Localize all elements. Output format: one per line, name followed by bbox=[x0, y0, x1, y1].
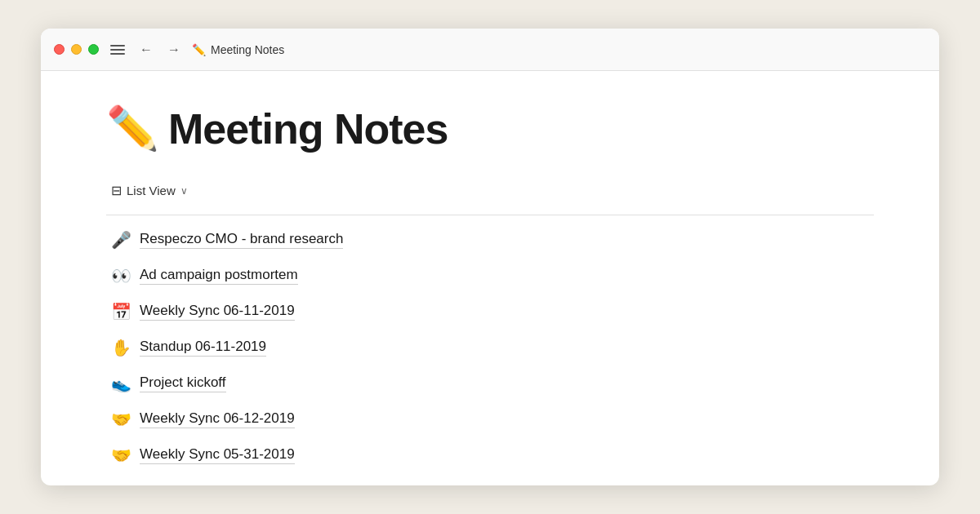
main-content: ✏️ Meeting Notes ⊟ List View ∨ 🎤Respeczo… bbox=[41, 71, 939, 485]
view-label: List View bbox=[127, 184, 176, 197]
titlebar-page-icon: ✏️ bbox=[192, 43, 206, 56]
list-item-text: Weekly Sync 06-11-2019 bbox=[140, 303, 295, 321]
list-item[interactable]: 👀Ad campaign postmortem bbox=[106, 258, 874, 294]
hamburger-line bbox=[110, 45, 125, 47]
list-item-emoji: 🤝 bbox=[111, 445, 131, 465]
traffic-lights bbox=[54, 44, 99, 55]
list-item-text: Weekly Sync 05-31-2019 bbox=[140, 446, 295, 464]
list-item-text: Project kickoff bbox=[140, 374, 226, 392]
maximize-button[interactable] bbox=[88, 44, 99, 55]
hamburger-line bbox=[110, 49, 125, 51]
list-items-container: 🎤Respeczo CMO - brand research👀Ad campai… bbox=[106, 222, 874, 473]
list-item-emoji: 👀 bbox=[111, 266, 131, 286]
list-item-emoji: 🤝 bbox=[111, 410, 131, 429]
list-item-text: Respeczo CMO - brand research bbox=[140, 231, 343, 249]
app-window: ← → ✏️ Meeting Notes ✏️ Meeting Notes ⊟ … bbox=[41, 29, 939, 485]
divider bbox=[106, 215, 874, 215]
hamburger-line bbox=[110, 53, 125, 55]
list-item[interactable]: 📅Weekly Sync 06-11-2019 bbox=[106, 294, 874, 330]
close-button[interactable] bbox=[54, 44, 65, 55]
list-item[interactable]: 👟Project kickoff bbox=[106, 366, 874, 401]
back-button[interactable]: ← bbox=[136, 41, 156, 59]
titlebar-page-title: Meeting Notes bbox=[211, 43, 284, 56]
list-item[interactable]: 🤝Weekly Sync 06-12-2019 bbox=[106, 401, 874, 437]
list-item[interactable]: 🎤Respeczo CMO - brand research bbox=[106, 222, 874, 258]
list-item-emoji: 📅 bbox=[111, 302, 131, 321]
minimize-button[interactable] bbox=[71, 44, 82, 55]
titlebar-title: ✏️ Meeting Notes bbox=[192, 43, 284, 56]
view-selector[interactable]: ⊟ List View ∨ bbox=[106, 179, 193, 202]
list-item-emoji: ✋ bbox=[111, 338, 131, 357]
list-item-text: Standup 06-11-2019 bbox=[140, 339, 266, 357]
list-item-text: Weekly Sync 06-12-2019 bbox=[140, 410, 295, 428]
page-title: ✏️ Meeting Notes bbox=[106, 104, 874, 153]
chevron-down-icon: ∨ bbox=[180, 185, 188, 197]
list-item-text: Ad campaign postmortem bbox=[140, 267, 298, 285]
list-item-emoji: 👟 bbox=[111, 374, 131, 393]
list-item[interactable]: 🤝Weekly Sync 05-31-2019 bbox=[106, 437, 874, 473]
page-title-emoji: ✏️ bbox=[106, 104, 158, 153]
list-item-emoji: 🎤 bbox=[111, 230, 131, 250]
titlebar: ← → ✏️ Meeting Notes bbox=[41, 29, 939, 71]
list-item[interactable]: ✋Standup 06-11-2019 bbox=[106, 330, 874, 366]
page-header: ✏️ Meeting Notes bbox=[106, 104, 874, 153]
list-view-icon: ⊟ bbox=[111, 183, 122, 198]
forward-button[interactable]: → bbox=[164, 41, 184, 59]
sidebar-toggle-button[interactable] bbox=[107, 42, 128, 58]
page-title-text: Meeting Notes bbox=[168, 104, 448, 153]
